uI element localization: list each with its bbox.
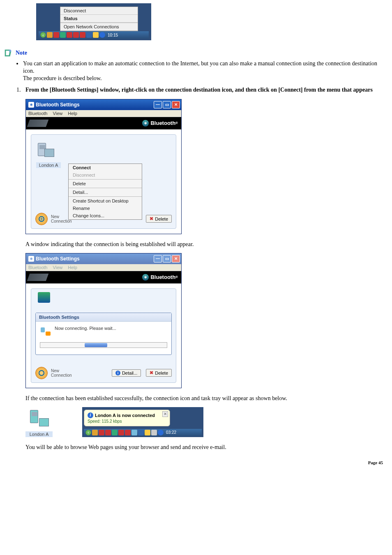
note-icon bbox=[3, 48, 12, 58]
window-title: Bluetooth Settings bbox=[36, 256, 80, 262]
ctx-detail[interactable]: Detail... bbox=[69, 189, 142, 196]
device-label: London A bbox=[36, 162, 61, 168]
tray-icon[interactable] bbox=[60, 32, 66, 38]
new-connection-label: NewConnection bbox=[51, 368, 72, 378]
menu-bluetooth[interactable]: Bluetooth bbox=[28, 111, 47, 116]
menu-view: View bbox=[53, 265, 63, 270]
device-label: London A bbox=[25, 431, 53, 437]
bluetooth-logo-bar: ∗ Bluetooth® bbox=[26, 271, 181, 283]
close-button[interactable]: ✕ bbox=[172, 255, 180, 263]
taskbar: ‹ 10:15 bbox=[39, 31, 149, 39]
bullet-icon bbox=[16, 63, 18, 64]
page-number: Page 45 bbox=[368, 460, 383, 465]
tray-icon[interactable] bbox=[86, 32, 92, 38]
tray-icon[interactable] bbox=[99, 430, 104, 435]
dialog-title: Bluetooth Settings bbox=[36, 313, 171, 322]
tray-icon[interactable] bbox=[99, 32, 105, 38]
menu-help: Help bbox=[68, 265, 77, 270]
app-icon: ∗ bbox=[28, 102, 34, 108]
minimize-button[interactable]: — bbox=[154, 255, 162, 263]
notification-balloon: ✕ i London A is now connected Speed: 115… bbox=[84, 410, 170, 426]
connecting-dialog: Bluetooth Settings Now connecting. Pleas… bbox=[35, 313, 172, 355]
tray-icon[interactable] bbox=[158, 430, 164, 435]
balloon-close-button[interactable]: ✕ bbox=[162, 411, 168, 417]
menu-bluetooth: Bluetooth bbox=[28, 265, 47, 270]
ctx-delete[interactable]: Delete bbox=[69, 180, 142, 187]
window-titlebar: ∗ Bluetooth Settings — ▭ ✕ bbox=[26, 99, 181, 110]
tray-clock: 03:22 bbox=[166, 430, 176, 435]
tray-icon[interactable] bbox=[138, 430, 144, 435]
tray-icon[interactable] bbox=[145, 430, 150, 435]
ctx-rename[interactable]: Rename bbox=[69, 205, 142, 212]
menu-item-status[interactable]: Status bbox=[60, 15, 138, 23]
connecting-animation-icon bbox=[40, 326, 51, 336]
body-text: If the connection has been established s… bbox=[25, 395, 389, 402]
tray-icon[interactable] bbox=[151, 430, 157, 435]
ctx-shortcut[interactable]: Create Shortcut on Desktop bbox=[69, 197, 142, 205]
step-number: 1. bbox=[16, 87, 25, 93]
figure-bluetooth-settings-context-menu: ∗ Bluetooth Settings — ▭ ✕ Bluetooth Vie… bbox=[25, 99, 182, 234]
tray-icon[interactable] bbox=[53, 32, 59, 38]
bluetooth-icon: ∗ bbox=[142, 120, 149, 127]
ctx-connect[interactable]: Connect bbox=[69, 164, 142, 171]
tray-icon[interactable] bbox=[80, 32, 85, 38]
figure-bluetooth-settings-connecting: ∗ Bluetooth Settings — ▭ ✕ Bluetooth Vie… bbox=[25, 253, 182, 388]
tray-clock: 10:15 bbox=[108, 33, 118, 37]
tray-icon[interactable] bbox=[105, 430, 111, 435]
tray-icon[interactable] bbox=[131, 430, 137, 435]
balloon-title: London A is now connected bbox=[95, 413, 155, 418]
bluetooth-logo-bar: ∗ Bluetooth® bbox=[26, 117, 181, 129]
dialog-message: Now connecting. Please wait... bbox=[55, 326, 116, 331]
body-text: The procedure is described below. bbox=[23, 75, 102, 81]
menu-view[interactable]: View bbox=[53, 111, 63, 116]
close-button[interactable]: ✕ bbox=[172, 101, 180, 108]
body-text: You can start an application to make an … bbox=[23, 60, 377, 74]
tray-icon[interactable] bbox=[47, 32, 53, 38]
window-title: Bluetooth Settings bbox=[36, 102, 80, 108]
menu-item-disconnect[interactable]: Disconnect bbox=[60, 7, 138, 15]
detail-button[interactable]: i Detail... bbox=[112, 369, 141, 377]
note-heading: Note bbox=[3, 48, 389, 58]
balloon-subtitle: Speed: 115.2 kbps bbox=[88, 419, 166, 424]
menu-item-open-connections[interactable]: Open Network Connections bbox=[60, 23, 138, 31]
new-connection-icon[interactable] bbox=[35, 213, 48, 225]
minimize-button[interactable]: — bbox=[154, 101, 162, 108]
svg-point-0 bbox=[9, 50, 12, 52]
delete-button[interactable]: ✖ Delete bbox=[146, 215, 172, 223]
tray-icon[interactable] bbox=[125, 430, 131, 435]
tray-icon[interactable] bbox=[73, 32, 79, 38]
tray-icon[interactable] bbox=[112, 430, 118, 435]
bluetooth-icon: ∗ bbox=[142, 274, 149, 281]
network-tray-menu: Disconnect Status Open Network Connectio… bbox=[60, 7, 138, 31]
maximize-button[interactable]: ▭ bbox=[163, 101, 171, 108]
device-icon-small bbox=[38, 292, 50, 304]
tray-icon[interactable] bbox=[118, 430, 124, 435]
tray-expand-icon[interactable]: ‹ bbox=[85, 430, 91, 435]
app-icon: ∗ bbox=[28, 256, 34, 262]
note-label: Note bbox=[16, 50, 27, 56]
body-text: A window indicating that the connection … bbox=[25, 241, 389, 248]
menubar: Bluetooth View Help bbox=[26, 110, 181, 117]
new-connection-icon[interactable] bbox=[35, 367, 48, 379]
connection-device-icon[interactable] bbox=[36, 141, 55, 160]
delete-x-icon: ✖ bbox=[150, 370, 153, 375]
body-text: You will be able to browse Web pages usi… bbox=[25, 444, 389, 451]
figure-connection-established: London A ✕ i London A is now connected S… bbox=[25, 407, 389, 437]
menubar: Bluetooth View Help bbox=[26, 264, 181, 271]
delete-button[interactable]: ✖ Delete bbox=[146, 369, 172, 377]
step-text: From the [Bluetooth Settings] window, ri… bbox=[25, 87, 389, 93]
menu-help[interactable]: Help bbox=[68, 111, 77, 116]
connection-device-icon bbox=[28, 408, 50, 430]
maximize-button[interactable]: ▭ bbox=[163, 255, 171, 263]
window-titlebar: ∗ Bluetooth Settings — ▭ ✕ bbox=[26, 253, 181, 264]
tray-expand-icon[interactable]: ‹ bbox=[40, 32, 46, 38]
ctx-disconnect: Disconnect bbox=[69, 171, 142, 179]
info-icon: i bbox=[88, 412, 93, 418]
tray-icon[interactable] bbox=[93, 32, 99, 38]
delete-x-icon: ✖ bbox=[150, 216, 153, 221]
new-connection-label: NewConnection bbox=[51, 214, 72, 223]
progress-bar bbox=[40, 342, 167, 348]
taskbar: ‹ 03:22 bbox=[84, 429, 202, 436]
tray-icon[interactable] bbox=[67, 32, 72, 38]
tray-icon[interactable] bbox=[92, 430, 98, 435]
